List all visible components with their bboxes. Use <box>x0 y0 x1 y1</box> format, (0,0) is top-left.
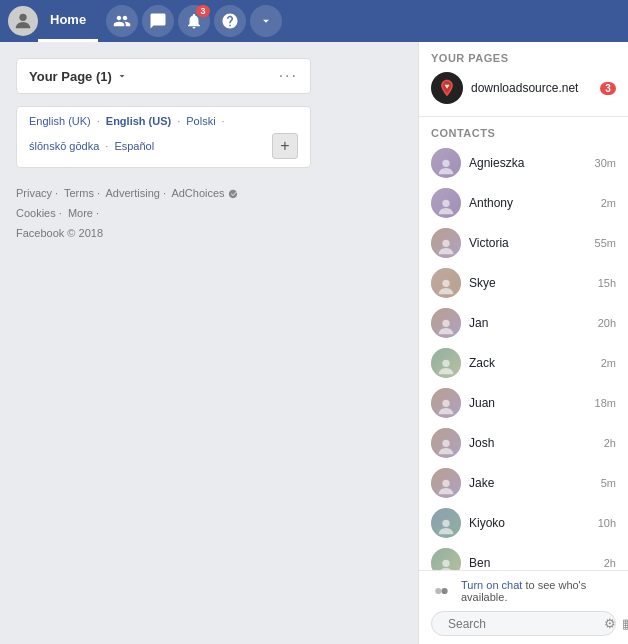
contact-time: 2h <box>604 557 616 569</box>
footer-links: Privacy· Terms· Advertising· AdChoices C… <box>16 184 402 243</box>
contact-avatar <box>431 348 461 378</box>
contact-avatar <box>431 308 461 338</box>
contact-name: Skye <box>469 276 590 290</box>
contact-avatar <box>431 428 461 458</box>
contact-time: 2m <box>601 357 616 369</box>
lang-english-us[interactable]: English (US) <box>106 115 171 127</box>
home-button[interactable]: Home <box>38 0 98 42</box>
language-bar: English (UK) · English (US) · Polski · ś… <box>16 106 311 168</box>
more-link[interactable]: More <box>68 207 93 219</box>
contact-name: Anthony <box>469 196 593 210</box>
notifications-badge: 3 <box>196 5 210 17</box>
video-icon-button[interactable]: ▦ <box>622 616 628 631</box>
contact-item[interactable]: Jan 20h <box>419 303 628 343</box>
contact-name: Jan <box>469 316 590 330</box>
contact-item[interactable]: Skye 15h <box>419 263 628 303</box>
layout: Your Page (1) ··· English (UK) · English… <box>0 42 628 644</box>
contact-item[interactable]: Josh 2h <box>419 423 628 463</box>
sidebar-bottom: Turn on chat to see who's available. ⚙ ▦… <box>419 570 628 644</box>
page-selector[interactable]: Your Page (1) ··· <box>16 58 311 94</box>
chat-toggle-icon <box>431 583 455 599</box>
contact-search-input[interactable] <box>448 617 598 631</box>
contact-time: 20h <box>598 317 616 329</box>
advertising-link[interactable]: Advertising <box>105 187 159 199</box>
contact-avatar <box>431 148 461 178</box>
privacy-link[interactable]: Privacy <box>16 187 52 199</box>
contact-name: Kiyoko <box>469 516 590 530</box>
contact-avatar <box>431 268 461 298</box>
svg-point-2 <box>442 200 449 207</box>
contact-time: 30m <box>595 157 616 169</box>
downloadsource-page-item[interactable]: downloadsource.net 3 <box>419 68 628 108</box>
page-selector-dots[interactable]: ··· <box>279 67 298 85</box>
svg-point-5 <box>442 320 449 327</box>
contact-avatar <box>431 468 461 498</box>
contact-search-bar: ⚙ ▦ ✏ <box>431 611 616 636</box>
contact-item[interactable]: Zack 2m <box>419 343 628 383</box>
sidebar-search-action-icons: ⚙ ▦ ✏ <box>604 616 628 631</box>
contact-item[interactable]: Ben 2h <box>419 543 628 570</box>
notifications-icon-button[interactable]: 3 <box>178 5 210 37</box>
contact-name: Josh <box>469 436 596 450</box>
contact-item[interactable]: Juan 18m <box>419 383 628 423</box>
svg-point-7 <box>442 400 449 407</box>
contact-name: Ben <box>469 556 596 570</box>
chat-notice: Turn on chat to see who's available. <box>431 579 616 603</box>
page-selector-text: Your Page (1) <box>29 69 112 84</box>
lang-espanol[interactable]: Español <box>114 140 154 152</box>
chat-notice-text: Turn on chat to see who's available. <box>461 579 616 603</box>
contact-avatar <box>431 228 461 258</box>
contact-time: 2h <box>604 437 616 449</box>
svg-point-3 <box>442 240 449 247</box>
contact-item[interactable]: Anthony 2m <box>419 183 628 223</box>
contact-name: Victoria <box>469 236 587 250</box>
svg-point-14 <box>441 588 447 594</box>
friends-icon-button[interactable] <box>106 5 138 37</box>
contacts-title: CONTACTS <box>419 117 628 143</box>
svg-point-13 <box>435 588 441 594</box>
contact-avatar <box>431 388 461 418</box>
turn-on-chat-link[interactable]: Turn on chat <box>461 579 522 591</box>
contact-time: 5m <box>601 477 616 489</box>
page-notification-badge: 3 <box>600 82 616 95</box>
main-content: Your Page (1) ··· English (UK) · English… <box>0 42 418 644</box>
copyright-text: Facebook © 2018 <box>16 227 103 239</box>
contact-time: 10h <box>598 517 616 529</box>
contact-item[interactable]: Jake 5m <box>419 463 628 503</box>
dropdown-icon-button[interactable] <box>250 5 282 37</box>
contact-item[interactable]: Agnieszka 30m <box>419 143 628 183</box>
settings-icon-button[interactable]: ⚙ <box>604 616 616 631</box>
nav-icons: 3 <box>106 5 282 37</box>
lang-english-uk[interactable]: English (UK) <box>29 115 91 127</box>
add-language-button[interactable]: + <box>272 133 298 159</box>
svg-point-8 <box>442 440 449 447</box>
contact-time: 55m <box>595 237 616 249</box>
contacts-list: Agnieszka 30m Anthony 2m Victoria 55m <box>419 143 628 570</box>
contact-item[interactable]: Victoria 55m <box>419 223 628 263</box>
terms-link[interactable]: Terms <box>64 187 94 199</box>
contact-time: 18m <box>595 397 616 409</box>
contact-item[interactable]: Kiyoko 10h <box>419 503 628 543</box>
contact-name: Zack <box>469 356 593 370</box>
page-selector-label: Your Page (1) <box>29 69 128 84</box>
adchoices-link[interactable]: AdChoices <box>171 187 224 199</box>
page-name: downloadsource.net <box>471 81 592 95</box>
help-icon-button[interactable] <box>214 5 246 37</box>
contact-name: Juan <box>469 396 587 410</box>
messenger-icon-button[interactable] <box>142 5 174 37</box>
svg-point-4 <box>442 280 449 287</box>
svg-point-9 <box>442 480 449 487</box>
contact-time: 2m <box>601 197 616 209</box>
svg-point-1 <box>442 160 449 167</box>
your-pages-title: YOUR PAGES <box>419 42 628 68</box>
lang-polski[interactable]: Polski <box>186 115 215 127</box>
cookies-link[interactable]: Cookies <box>16 207 56 219</box>
svg-point-0 <box>19 14 26 21</box>
lang-slonsko[interactable]: ślōnskō gōdka <box>29 140 99 152</box>
contact-name: Jake <box>469 476 593 490</box>
avatar[interactable] <box>8 6 38 36</box>
your-pages-section: YOUR PAGES downloadsource.net 3 <box>419 42 628 117</box>
page-logo <box>431 72 463 104</box>
svg-point-10 <box>442 520 449 527</box>
right-sidebar: YOUR PAGES downloadsource.net 3 CONTACTS <box>418 42 628 644</box>
